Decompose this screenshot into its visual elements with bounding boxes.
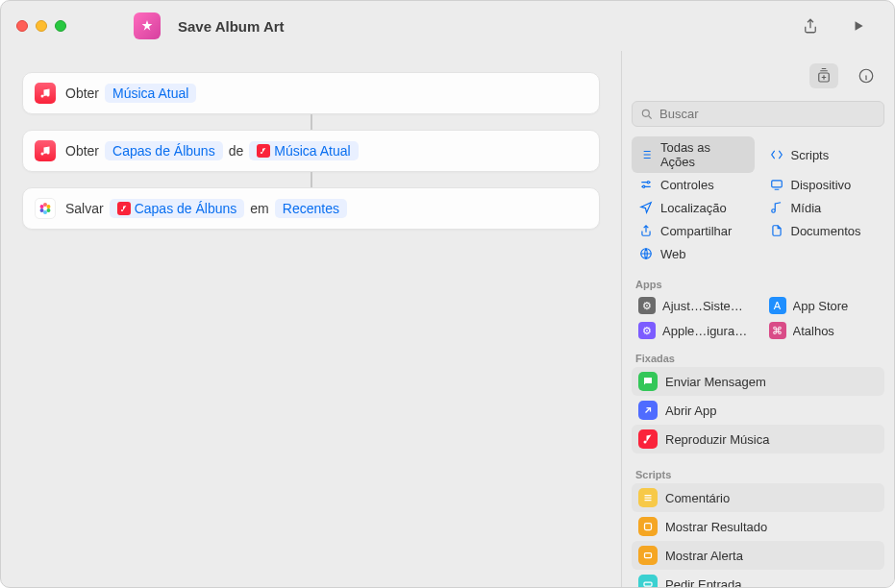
category-documents[interactable]: Documentos — [762, 219, 885, 242]
svg-point-2 — [46, 208, 50, 212]
script-label: Pedir Entrada — [665, 577, 742, 588]
app-icon: ⚙ — [638, 322, 656, 339]
script-icon — [769, 147, 784, 162]
list-icon — [638, 147, 654, 162]
category-media[interactable]: Mídia — [762, 196, 885, 219]
app-icon: ⌘ — [769, 322, 786, 339]
web-icon — [638, 246, 654, 261]
script-label: Mostrar Resultado — [665, 520, 767, 534]
category-label: Web — [660, 247, 686, 261]
device-icon — [769, 177, 784, 192]
close-window-button[interactable] — [16, 20, 28, 32]
apps-section-header: Apps — [622, 273, 894, 293]
input-icon — [638, 575, 658, 587]
action-text: Salvar Capas de Álbuns em Recentes — [65, 199, 347, 218]
action-block[interactable]: Obter Música Atual — [22, 72, 600, 114]
app-item[interactable]: ⚙Apple…igurator — [632, 318, 755, 343]
open-icon — [638, 401, 658, 420]
comment-icon — [638, 488, 658, 507]
search-icon — [640, 108, 654, 121]
action-verb: Obter — [65, 143, 99, 159]
category-web[interactable]: Web — [632, 242, 755, 265]
app-label: App Store — [793, 299, 849, 313]
action-token[interactable]: Música Atual — [105, 84, 196, 103]
pinned-item[interactable]: Enviar Mensagem — [632, 367, 884, 396]
action-block[interactable]: Salvar Capas de Álbuns em Recentes — [22, 187, 600, 230]
workflow-canvas[interactable]: Obter Música Atual Obter Capas de Álbuns… — [1, 51, 621, 587]
music-icon — [638, 429, 658, 449]
svg-point-1 — [46, 205, 50, 208]
library-scroll[interactable]: Todas as Ações Scripts Controles Disposi… — [622, 136, 894, 587]
svg-point-3 — [43, 210, 47, 214]
script-item[interactable]: Pedir Entrada — [632, 570, 884, 587]
library-tab-button[interactable] — [809, 63, 838, 88]
action-block[interactable]: Obter Capas de Álbuns de Música Atual — [22, 130, 600, 172]
search-field[interactable] — [632, 101, 884, 127]
categories-grid: Todas as Ações Scripts Controles Disposi… — [622, 136, 894, 273]
alert-icon — [638, 546, 658, 565]
category-location[interactable]: Localização — [632, 196, 755, 219]
music-icon — [35, 83, 56, 104]
pinned-section-header: Fixadas — [622, 347, 894, 367]
category-label: Controles — [660, 178, 714, 192]
script-item[interactable]: Comentário — [632, 483, 884, 512]
shortcut-app-icon — [134, 12, 161, 39]
action-mid: de — [229, 143, 244, 159]
media-icon — [769, 200, 784, 215]
share-button[interactable] — [796, 13, 825, 38]
window-title: Save Album Art — [178, 18, 285, 35]
category-scripts[interactable]: Scripts — [762, 136, 885, 173]
app-icon: A — [769, 297, 786, 314]
document-icon — [769, 223, 784, 238]
search-input[interactable] — [659, 107, 876, 121]
location-icon — [638, 200, 654, 215]
action-token[interactable]: Capas de Álbuns — [105, 141, 223, 160]
pinned-label: Abrir App — [665, 404, 716, 418]
app-item[interactable]: AApp Store — [762, 293, 885, 318]
script-item[interactable]: Mostrar Resultado — [632, 512, 884, 541]
category-label: Dispositivo — [791, 178, 852, 192]
script-label: Mostrar Alerta — [665, 549, 743, 563]
minimize-window-button[interactable] — [36, 20, 47, 32]
app-item[interactable]: ⌘Atalhos — [762, 318, 885, 343]
category-controls[interactable]: Controles — [632, 173, 755, 196]
action-token[interactable]: Recentes — [275, 199, 347, 218]
app-label: Apple…igurator — [662, 324, 748, 338]
window-body: Obter Música Atual Obter Capas de Álbuns… — [1, 51, 894, 587]
category-device[interactable]: Dispositivo — [762, 173, 885, 196]
photos-icon — [35, 198, 56, 219]
run-button[interactable] — [844, 13, 873, 38]
script-item[interactable]: Mostrar Alerta — [632, 541, 884, 570]
toolbar-right — [796, 13, 879, 38]
svg-point-5 — [40, 205, 44, 208]
action-token[interactable]: Música Atual — [249, 141, 358, 160]
app-item[interactable]: ⚙Ajust…Sistema — [632, 293, 755, 318]
category-share[interactable]: Compartilhar — [632, 219, 755, 242]
result-icon — [638, 517, 658, 536]
share-icon — [638, 223, 654, 238]
svg-rect-14 — [645, 553, 652, 558]
connector — [311, 114, 312, 130]
app-label: Ajust…Sistema — [662, 299, 748, 313]
pinned-item[interactable]: Reproduzir Música — [632, 425, 884, 453]
svg-point-9 — [647, 182, 649, 184]
pinned-item[interactable]: Abrir App — [632, 396, 884, 425]
fullscreen-window-button[interactable] — [55, 20, 66, 32]
action-text: Obter Música Atual — [65, 84, 196, 103]
action-mid: em — [250, 201, 268, 216]
music-icon — [35, 140, 56, 161]
traffic-lights — [16, 20, 66, 32]
pinned-label: Enviar Mensagem — [665, 375, 766, 389]
svg-point-4 — [40, 208, 44, 212]
action-token[interactable]: Capas de Álbuns — [110, 199, 245, 218]
svg-rect-11 — [771, 181, 782, 187]
action-text: Obter Capas de Álbuns de Música Atual — [65, 141, 359, 160]
info-tab-button[interactable] — [852, 63, 881, 88]
category-label: Mídia — [791, 201, 822, 215]
connector — [311, 172, 312, 187]
category-all-actions[interactable]: Todas as Ações — [632, 136, 755, 173]
scripts-section-header: Scripts — [622, 463, 894, 483]
script-label: Comentário — [665, 491, 730, 505]
action-verb: Salvar — [65, 201, 104, 216]
app-label: Atalhos — [793, 324, 834, 338]
